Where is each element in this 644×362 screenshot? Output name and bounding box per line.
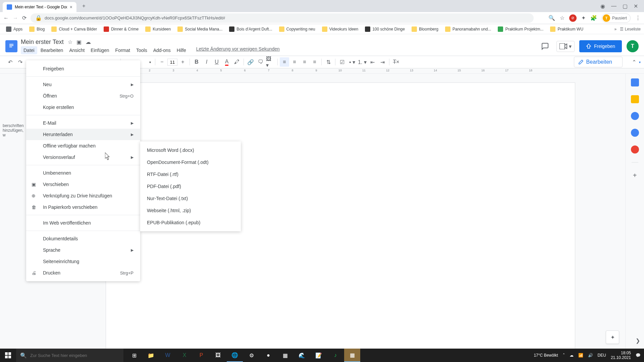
underline-icon[interactable]: U	[212, 57, 221, 67]
close-icon[interactable]: ×	[70, 4, 72, 10]
contacts-icon[interactable]	[631, 129, 639, 137]
app-icon[interactable]: ●	[260, 349, 276, 362]
menu-format[interactable]: Format	[113, 46, 133, 54]
chrome-menu-icon[interactable]: ⋮	[635, 15, 641, 21]
keep-icon[interactable]	[631, 95, 639, 103]
menu-hilfe[interactable]: Hilfe	[174, 46, 189, 54]
line-spacing-icon[interactable]: ⇅	[324, 57, 333, 67]
chrome-icon[interactable]: 🌐	[227, 349, 243, 362]
notifications-icon[interactable]: 💬	[636, 353, 641, 358]
bullet-list-icon[interactable]: • ▾	[347, 57, 357, 67]
extensions-icon[interactable]: ✦	[581, 15, 586, 21]
wifi-icon[interactable]: 📶	[578, 353, 583, 358]
menu-copy[interactable]: Kopie erstellen	[26, 102, 140, 113]
download-odt[interactable]: OpenDocument-Format (.odt)	[140, 156, 241, 168]
spotify-icon[interactable]: ♪	[327, 349, 343, 362]
download-pdf[interactable]: PDF-Datei (.pdf)	[140, 180, 241, 192]
edit-mode-button[interactable]: Bearbeiten ▾	[574, 57, 623, 67]
download-txt[interactable]: Nur-Text-Datei (.txt)	[140, 192, 241, 204]
tray-chevron-icon[interactable]: ˄	[563, 353, 565, 358]
menu-email[interactable]: E-Mail▶	[26, 117, 140, 129]
bookmark[interactable]: Praktikum Projektm...	[495, 25, 546, 33]
menu-offline[interactable]: Offline verfügbar machen	[26, 140, 140, 152]
align-left-icon[interactable]: ≡	[280, 57, 289, 67]
menu-bearbeiten[interactable]: Bearbeiten	[38, 46, 66, 54]
taskbar-search[interactable]: 🔍	[16, 349, 123, 362]
close-window-icon[interactable]: ✕	[634, 3, 638, 9]
overflow-icon[interactable]: »	[614, 27, 617, 32]
bookmark[interactable]: Bloomberg	[409, 25, 441, 33]
start-button[interactable]	[0, 349, 16, 362]
comment-icon[interactable]: 🗨	[256, 57, 265, 67]
menu-move[interactable]: ▣Verschieben	[26, 179, 140, 190]
undo-icon[interactable]: ↶	[5, 57, 15, 67]
bookmark[interactable]: Cloud + Canva Bilder	[49, 25, 100, 33]
app-icon[interactable]: ▦	[344, 349, 360, 362]
task-view-icon[interactable]: ⊞	[126, 349, 142, 362]
menu-ansicht[interactable]: Ansicht	[66, 46, 87, 54]
calendar-icon[interactable]	[631, 78, 639, 86]
star-icon[interactable]: ☆	[68, 39, 72, 45]
move-icon[interactable]: ▣	[76, 39, 82, 45]
indent-increase-icon[interactable]: ⇥	[378, 57, 387, 67]
download-html[interactable]: Webseite (.html, .zip)	[140, 204, 241, 217]
add-on-icon[interactable]: +	[631, 171, 639, 179]
align-justify-icon[interactable]: ≡	[310, 57, 319, 67]
font-size-input[interactable]: 11	[167, 59, 177, 66]
link-icon[interactable]: 🔗	[246, 57, 255, 67]
menu-print[interactable]: 🖨DruckenStrg+P	[26, 267, 140, 279]
user-avatar[interactable]: T	[627, 40, 639, 52]
bookmark[interactable]: Praktikum WU	[547, 25, 586, 33]
font-size-increase[interactable]: +	[178, 57, 187, 67]
clear-format-icon[interactable]: T×	[391, 57, 401, 67]
align-right-icon[interactable]: ≡	[300, 57, 309, 67]
menu-download[interactable]: Herunterladen▶	[26, 129, 140, 140]
volume-icon[interactable]: 🔊	[588, 353, 593, 358]
bookmark[interactable]: Social Media Mana...	[175, 25, 225, 33]
download-rtf[interactable]: RTF-Datei (.rtf)	[140, 168, 241, 180]
text-color-icon[interactable]: A	[222, 57, 231, 67]
bookmark[interactable]: 100 schöne Dinge	[362, 25, 408, 33]
bold-icon[interactable]: B	[192, 57, 201, 67]
image-icon[interactable]: 🖼 ▾	[266, 57, 275, 67]
record-icon[interactable]: ◉	[600, 3, 605, 9]
url-bar[interactable]: 🔒 docs.google.com/document/d/1OOoPQeHD4J…	[31, 13, 534, 23]
maximize-icon[interactable]: ▢	[623, 3, 628, 9]
last-edit[interactable]: Letzte Änderung vor wenigen Sekunden	[196, 46, 280, 54]
menu-tools[interactable]: Tools	[133, 46, 150, 54]
bookmark[interactable]: Bois d'Argent Duft...	[226, 25, 275, 33]
notepad-icon[interactable]: 📝	[311, 349, 327, 362]
menu-trash[interactable]: 🗑In Papierkorb verschieben	[26, 201, 140, 213]
bookmark[interactable]: Copywriting neu	[276, 25, 318, 33]
reload-icon[interactable]: ⟳	[22, 15, 26, 21]
numbered-list-icon[interactable]: 1. ▾	[358, 57, 367, 67]
cloud-icon[interactable]: ☁	[86, 39, 91, 45]
menu-versions[interactable]: Versionsverlauf▶	[26, 152, 140, 163]
back-icon[interactable]: ←	[3, 15, 9, 21]
bookmark[interactable]: Videokurs Ideen	[319, 25, 361, 33]
puzzle-icon[interactable]: 🧩	[590, 15, 597, 21]
doc-title[interactable]: Mein erster Text	[21, 39, 64, 46]
align-center-icon[interactable]: ≡	[290, 57, 299, 67]
profile-pill[interactable]: T Pausiert	[602, 13, 631, 23]
zoom-icon[interactable]: 🔍	[548, 15, 555, 21]
bookmark[interactable]: Dinner & Crime	[101, 25, 141, 33]
adblock-icon[interactable]: ⊘	[569, 14, 577, 22]
checklist-icon[interactable]: ☑	[337, 57, 347, 67]
menu-einfugen[interactable]: Einfügen	[88, 46, 112, 54]
lang[interactable]: DEU	[598, 353, 606, 358]
share-button[interactable]: Freigeben	[579, 40, 622, 52]
obs-icon[interactable]: ⚙	[244, 349, 260, 362]
photos-icon[interactable]: 🖼	[210, 349, 226, 362]
onedrive-icon[interactable]: ☁	[570, 353, 574, 358]
meet-button[interactable]: ▾	[556, 41, 575, 52]
menu-open[interactable]: ÖffnenStrg+O	[26, 90, 140, 102]
excel-icon[interactable]: X	[176, 349, 193, 362]
minimize-icon[interactable]: —	[611, 3, 616, 9]
docs-logo-icon[interactable]	[5, 40, 17, 52]
edge-icon[interactable]: 🌊	[294, 349, 310, 362]
powerpoint-icon[interactable]: P	[193, 349, 209, 362]
maps-icon[interactable]	[631, 145, 639, 154]
explore-button[interactable]: ✦	[606, 330, 619, 344]
menu-datei[interactable]: Datei	[21, 46, 37, 54]
